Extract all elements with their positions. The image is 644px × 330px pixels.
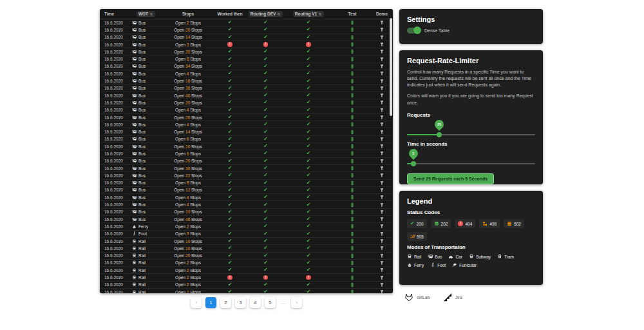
traffic-light-icon[interactable] <box>350 217 355 222</box>
gavel-icon[interactable] <box>379 57 384 62</box>
gavel-icon[interactable] <box>379 79 384 84</box>
gavel-icon[interactable] <box>379 289 384 293</box>
traffic-light-icon[interactable] <box>350 122 355 127</box>
gavel-icon[interactable] <box>379 86 384 91</box>
traffic-light-icon[interactable] <box>350 71 355 76</box>
traffic-light-icon[interactable] <box>350 159 355 164</box>
slider-track[interactable] <box>407 163 535 164</box>
gavel-icon[interactable] <box>379 27 384 32</box>
traffic-light-icon[interactable] <box>350 64 355 69</box>
traffic-light-icon[interactable] <box>350 238 355 244</box>
traffic-light-icon[interactable] <box>350 209 355 215</box>
pagination-page-button[interactable]: 5 <box>265 297 276 308</box>
gavel-icon[interactable] <box>379 108 384 113</box>
traffic-light-icon[interactable] <box>350 246 355 251</box>
time-slider[interactable]: 5 <box>407 148 535 170</box>
gavel-icon[interactable] <box>379 137 384 142</box>
gavel-icon[interactable] <box>379 49 384 54</box>
pagination-next-button[interactable]: › <box>291 297 302 308</box>
gavel-icon[interactable] <box>379 231 384 237</box>
gavel-icon[interactable] <box>379 188 384 193</box>
traffic-light-icon[interactable] <box>350 93 355 98</box>
gavel-icon[interactable] <box>379 159 384 164</box>
traffic-light-icon[interactable] <box>350 267 355 273</box>
sort-button-routing-dev[interactable]: Routing DEV <box>249 11 283 17</box>
traffic-light-icon[interactable] <box>350 27 355 32</box>
sort-button-routing-v1[interactable]: Routing V1 <box>293 11 324 17</box>
gavel-icon[interactable] <box>379 275 384 280</box>
traffic-light-icon[interactable] <box>350 57 355 62</box>
gavel-icon[interactable] <box>379 64 384 69</box>
gavel-icon[interactable] <box>379 130 384 135</box>
traffic-light-icon[interactable] <box>350 86 355 91</box>
traffic-light-icon[interactable] <box>350 253 355 258</box>
gavel-icon[interactable] <box>379 115 384 120</box>
slider-thumb[interactable] <box>411 161 416 166</box>
gavel-icon[interactable] <box>379 166 384 171</box>
traffic-light-icon[interactable] <box>350 100 355 105</box>
traffic-light-icon[interactable] <box>350 151 355 156</box>
traffic-light-icon[interactable] <box>350 115 355 120</box>
gavel-icon[interactable] <box>379 217 384 222</box>
gavel-icon[interactable] <box>379 100 384 105</box>
traffic-light-icon[interactable] <box>350 282 355 287</box>
gavel-icon[interactable] <box>379 93 384 98</box>
send-requests-button[interactable]: Send 25 Requests each 5 Seconds <box>407 173 494 184</box>
gavel-icon[interactable] <box>379 282 384 287</box>
traffic-light-icon[interactable] <box>350 137 355 142</box>
stops-count: 10 <box>185 239 190 244</box>
traffic-light-icon[interactable] <box>350 188 355 193</box>
jira-link[interactable]: Jira <box>443 293 462 302</box>
sort-button-wot[interactable]: WOT <box>137 11 155 17</box>
gavel-icon[interactable] <box>379 144 384 149</box>
gavel-icon[interactable] <box>379 202 384 208</box>
traffic-light-icon[interactable] <box>350 42 355 47</box>
traffic-light-icon[interactable] <box>350 49 355 54</box>
gavel-icon[interactable] <box>379 195 384 200</box>
gavel-icon[interactable] <box>379 209 384 215</box>
traffic-light-icon[interactable] <box>350 202 355 208</box>
gavel-icon[interactable] <box>379 238 384 244</box>
slider-thumb[interactable] <box>437 132 442 137</box>
gavel-icon[interactable] <box>379 246 384 251</box>
traffic-light-icon[interactable] <box>350 20 355 25</box>
gavel-icon[interactable] <box>379 260 384 266</box>
traffic-light-icon[interactable] <box>350 224 355 229</box>
dense-table-toggle[interactable] <box>407 28 420 34</box>
requests-slider[interactable]: 25 <box>407 119 535 141</box>
traffic-light-icon[interactable] <box>350 130 355 135</box>
gavel-icon[interactable] <box>379 35 384 40</box>
traffic-light-icon[interactable] <box>350 231 355 237</box>
check-icon: ✔ <box>263 202 268 208</box>
gavel-icon[interactable] <box>379 224 384 229</box>
pagination-page-button[interactable]: 4 <box>250 297 261 308</box>
cell-time: 16.6.2020 <box>100 253 128 258</box>
traffic-light-icon[interactable] <box>350 79 355 84</box>
pagination-page-button[interactable]: 1 <box>205 297 216 308</box>
gavel-icon[interactable] <box>379 20 384 25</box>
gavel-icon[interactable] <box>379 253 384 258</box>
gavel-icon[interactable] <box>379 180 384 186</box>
pagination-prev-button[interactable]: ‹ <box>191 297 202 308</box>
gavel-icon[interactable] <box>379 42 384 47</box>
table-scrollbar-thumb[interactable] <box>390 18 392 116</box>
traffic-light-icon[interactable] <box>350 108 355 113</box>
traffic-light-icon[interactable] <box>350 35 355 40</box>
gitlab-link[interactable]: GitLab <box>404 293 430 302</box>
gavel-icon[interactable] <box>379 71 384 76</box>
pagination-page-button[interactable]: 3 <box>235 297 246 308</box>
traffic-light-icon[interactable] <box>350 195 355 200</box>
traffic-light-icon[interactable] <box>350 260 355 266</box>
traffic-light-icon[interactable] <box>350 173 355 178</box>
pagination-page-button[interactable]: 2 <box>220 297 231 308</box>
traffic-light-icon[interactable] <box>350 166 355 171</box>
gavel-icon[interactable] <box>379 122 384 127</box>
traffic-light-icon[interactable] <box>350 289 355 293</box>
status-cell-routing-v1: ✔! <box>283 35 334 40</box>
gavel-icon[interactable] <box>379 151 384 156</box>
traffic-light-icon[interactable] <box>350 180 355 186</box>
traffic-light-icon[interactable] <box>350 275 355 280</box>
gavel-icon[interactable] <box>379 267 384 273</box>
traffic-light-icon[interactable] <box>350 144 355 149</box>
gavel-icon[interactable] <box>379 173 384 178</box>
